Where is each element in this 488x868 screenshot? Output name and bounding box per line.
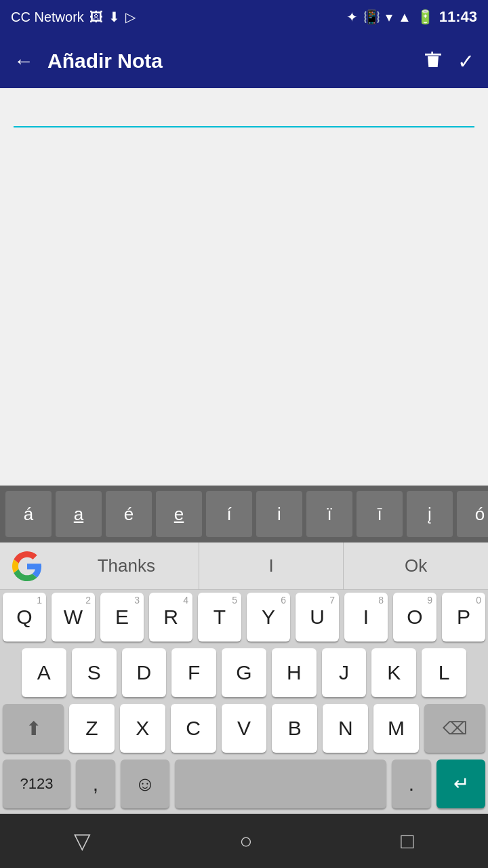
enter-key[interactable]: ↵ xyxy=(436,760,485,808)
keyboard-area: Thanks I Ok 1 Q 2 W 3 E 4 R 5 xyxy=(0,542,488,814)
symbols-label: ?123 xyxy=(20,776,54,791)
special-char-i-acute[interactable]: í xyxy=(206,491,252,537)
app-bar: ← Añadir Nota ✓ xyxy=(0,34,488,88)
trash-icon xyxy=(422,48,444,70)
shift-icon: ⬆ xyxy=(26,717,41,740)
key-r[interactable]: 4 R xyxy=(149,593,192,642)
key-g[interactable]: G xyxy=(222,648,266,697)
special-char-a-acute[interactable]: á xyxy=(5,491,52,537)
key-d[interactable]: D xyxy=(122,648,167,697)
delete-button[interactable] xyxy=(422,48,444,75)
key-h[interactable]: H xyxy=(272,648,317,697)
key-w[interactable]: 2 W xyxy=(52,593,95,642)
status-right: ✦ 📳 ▾ ▲ 🔋 11:43 xyxy=(346,8,477,26)
key-x[interactable]: X xyxy=(120,704,165,753)
special-char-i-macron[interactable]: ī xyxy=(357,491,403,537)
backspace-key[interactable]: ⌫ xyxy=(424,704,485,753)
key-t[interactable]: 5 T xyxy=(198,593,241,642)
confirm-button[interactable]: ✓ xyxy=(458,50,474,73)
key-j[interactable]: J xyxy=(322,648,367,697)
key-u[interactable]: 7 U xyxy=(296,593,339,642)
status-left: CC Network 🖼 ⬇ ▷ xyxy=(11,9,136,25)
google-g-icon xyxy=(12,551,42,581)
comma-label: , xyxy=(93,774,98,794)
bluetooth-icon: ✦ xyxy=(346,9,358,25)
nav-home-button[interactable]: ○ xyxy=(239,829,252,854)
key-i[interactable]: 8 I xyxy=(344,593,388,642)
suggestions-row: Thanks I Ok xyxy=(0,542,488,590)
key-z[interactable]: Z xyxy=(69,704,115,753)
key-k[interactable]: K xyxy=(371,648,416,697)
special-char-e-acute[interactable]: é xyxy=(106,491,152,537)
keyboard-rows: 1 Q 2 W 3 E 4 R 5 T 6 Y xyxy=(0,590,488,808)
key-f[interactable]: F xyxy=(171,648,216,697)
special-char-a-underline[interactable]: a xyxy=(56,491,102,537)
key-a[interactable]: A xyxy=(22,648,66,697)
enter-icon: ↵ xyxy=(453,774,469,793)
key-p[interactable]: 0 P xyxy=(442,593,485,642)
key-c[interactable]: C xyxy=(171,704,216,753)
notification-icon: 🖼 xyxy=(89,9,103,25)
key-b[interactable]: B xyxy=(272,704,317,753)
suggestion-ok[interactable]: Ok xyxy=(344,542,488,589)
keyboard-row-2: A S D F G H J K L xyxy=(3,648,485,697)
key-q[interactable]: 1 Q xyxy=(3,593,46,642)
special-char-i-ogonek[interactable]: į xyxy=(407,491,453,537)
period-label: . xyxy=(409,774,414,794)
note-underline xyxy=(14,126,474,127)
special-char-i-plain[interactable]: i xyxy=(256,491,302,537)
key-m[interactable]: M xyxy=(373,704,419,753)
shift-key[interactable]: ⬆ xyxy=(3,704,64,753)
keyboard-row-1: 1 Q 2 W 3 E 4 R 5 T 6 Y xyxy=(3,593,485,642)
key-y[interactable]: 6 Y xyxy=(247,593,290,642)
symbols-key[interactable]: ?123 xyxy=(3,760,70,808)
nav-bar: ▽ ○ □ xyxy=(0,814,488,868)
key-s[interactable]: S xyxy=(72,648,117,697)
special-char-o-acute[interactable]: ó xyxy=(457,491,488,537)
period-key[interactable]: . xyxy=(392,760,431,808)
suggestion-thanks[interactable]: Thanks xyxy=(54,542,199,589)
emoji-icon: ☺ xyxy=(135,774,156,794)
special-char-i-diaeresis[interactable]: ï xyxy=(306,491,352,537)
play-store-icon: ▷ xyxy=(125,9,136,25)
battery-icon: 🔋 xyxy=(417,9,434,25)
keyboard-row-4: ?123 , ☺ . ↵ xyxy=(3,760,485,808)
comma-key[interactable]: , xyxy=(76,760,115,808)
signal-icon: ▲ xyxy=(398,9,411,25)
note-input-area[interactable] xyxy=(0,88,488,486)
status-bar: CC Network 🖼 ⬇ ▷ ✦ 📳 ▾ ▲ 🔋 11:43 xyxy=(0,0,488,34)
content-area: á a é e í i ï ī į ó xyxy=(0,88,488,542)
carrier-name: CC Network xyxy=(11,9,84,25)
keyboard-row-3: ⬆ Z X C V B N M ⌫ xyxy=(3,704,485,753)
key-v[interactable]: V xyxy=(222,704,267,753)
status-time: 11:43 xyxy=(439,8,477,26)
special-chars-row: á a é e í i ï ī į ó xyxy=(0,486,488,542)
key-e[interactable]: 3 E xyxy=(100,593,144,642)
suggestion-i[interactable]: I xyxy=(199,542,344,589)
space-key[interactable] xyxy=(175,760,386,808)
google-logo xyxy=(7,546,47,587)
vibrate-icon: 📳 xyxy=(363,9,380,25)
back-button[interactable]: ← xyxy=(14,50,34,73)
emoji-key[interactable]: ☺ xyxy=(121,760,169,808)
app-bar-title: Añadir Nota xyxy=(47,50,409,73)
nav-recent-button[interactable]: □ xyxy=(401,829,413,854)
wifi-icon: ▾ xyxy=(386,9,392,25)
nav-back-button[interactable]: ▽ xyxy=(74,828,91,854)
key-o[interactable]: 9 O xyxy=(393,593,436,642)
backspace-icon: ⌫ xyxy=(443,718,468,739)
key-l[interactable]: L xyxy=(422,648,466,697)
key-n[interactable]: N xyxy=(323,704,368,753)
download-icon: ⬇ xyxy=(108,9,120,25)
special-char-e-underline[interactable]: e xyxy=(156,491,202,537)
